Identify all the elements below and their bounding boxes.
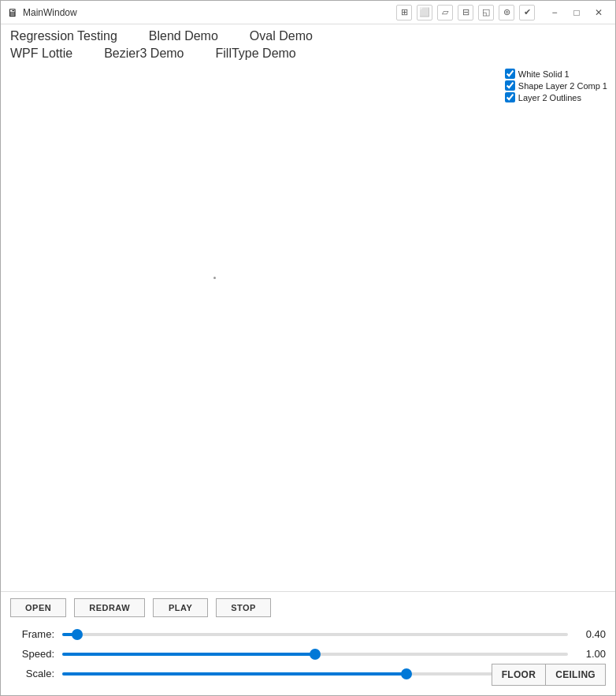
- nav-oval-demo[interactable]: Oval Demo: [250, 29, 313, 43]
- speed-value: 1.00: [576, 648, 606, 660]
- frame-value: 0.40: [576, 628, 606, 640]
- scale-fill: [62, 672, 406, 676]
- layer-label-1: Shape Layer 2 Comp 1: [518, 81, 607, 91]
- restore-button[interactable]: □: [566, 4, 587, 21]
- speed-label: Speed:: [10, 648, 54, 660]
- layer-label-0: White Solid 1: [518, 69, 570, 79]
- content-area: White Solid 1 Shape Layer 2 Comp 1 Layer…: [1, 62, 615, 591]
- toolbar-icons: ⊞ ⬜ ▱ ⊟ ◱ ⊚ ✔: [396, 5, 535, 20]
- speed-fill: [62, 653, 315, 656]
- minimize-button[interactable]: −: [544, 4, 565, 21]
- stop-button[interactable]: STOP: [216, 598, 271, 617]
- nav-row2: WPF Lottie Bezier3 Demo FillType Demo: [10, 47, 606, 61]
- speed-slider-row: Speed: 1.00: [10, 648, 606, 660]
- close-button[interactable]: ✕: [588, 4, 609, 21]
- layer-item-1: Shape Layer 2 Comp 1: [505, 80, 607, 91]
- scale-thumb[interactable]: [401, 668, 412, 679]
- title-bar: 🖥 MainWindow ⊞ ⬜ ▱ ⊟ ◱ ⊚ ✔ − □ ✕: [1, 1, 615, 24]
- buttons-row: OPEN REDRAW PLAY STOP: [10, 598, 606, 617]
- toolbar-icon-5[interactable]: ◱: [478, 5, 494, 20]
- animation-area: [1, 62, 615, 591]
- title-bar-controls: − □ ✕: [544, 4, 609, 21]
- layer-label-2: Layer 2 Outlines: [518, 93, 581, 102]
- nav-row1: Regression Testing Blend Demo Oval Demo: [10, 29, 606, 43]
- animation-dot: [213, 277, 216, 279]
- toolbar-icon-1[interactable]: ⊞: [396, 5, 412, 20]
- nav-bar: Regression Testing Blend Demo Oval Demo …: [1, 24, 615, 62]
- speed-track[interactable]: [62, 653, 568, 656]
- ceiling-button[interactable]: CEILING: [545, 664, 606, 686]
- play-button[interactable]: PLAY: [153, 598, 208, 617]
- layer-checkbox-0[interactable]: [505, 69, 515, 79]
- nav-wpf-lottie[interactable]: WPF Lottie: [10, 47, 72, 61]
- nav-bezier3-demo[interactable]: Bezier3 Demo: [104, 47, 184, 61]
- toolbar-icon-7[interactable]: ✔: [519, 5, 535, 20]
- toolbar-icon-3[interactable]: ▱: [437, 5, 453, 20]
- redraw-button[interactable]: REDRAW: [74, 598, 145, 617]
- frame-thumb[interactable]: [72, 629, 83, 640]
- speed-thumb[interactable]: [310, 649, 321, 660]
- frame-slider-row: Frame: 0.40: [10, 628, 606, 640]
- nav-filltype-demo[interactable]: FillType Demo: [216, 47, 296, 61]
- toolbar-icon-4[interactable]: ⊟: [458, 5, 473, 20]
- toolbar-icon-6[interactable]: ⊚: [499, 5, 514, 20]
- window-title: MainWindow: [23, 7, 396, 18]
- toolbar-icon-2[interactable]: ⬜: [417, 5, 432, 20]
- open-button[interactable]: OPEN: [10, 598, 66, 617]
- scale-label: Scale:: [10, 668, 54, 679]
- frame-label: Frame:: [10, 628, 54, 640]
- layer-item-2: Layer 2 Outlines: [505, 92, 607, 102]
- floor-button[interactable]: FLOOR: [492, 664, 546, 686]
- nav-regression-testing[interactable]: Regression Testing: [10, 29, 117, 43]
- window-icon: 🖥: [7, 6, 18, 19]
- layer-checkbox-2[interactable]: [505, 92, 515, 102]
- floor-ceiling-row: FLOOR CEILING: [492, 664, 606, 686]
- main-window: 🖥 MainWindow ⊞ ⬜ ▱ ⊟ ◱ ⊚ ✔ − □ ✕ Regress…: [0, 0, 616, 696]
- nav-blend-demo[interactable]: Blend Demo: [149, 29, 218, 43]
- frame-track[interactable]: [62, 633, 568, 636]
- bottom-outer: OPEN REDRAW PLAY STOP Frame: 0.40 Speed:: [1, 591, 615, 695]
- layer-item-0: White Solid 1: [505, 69, 607, 79]
- layer-panel: White Solid 1 Shape Layer 2 Comp 1 Layer…: [505, 69, 607, 102]
- layer-checkbox-1[interactable]: [505, 80, 515, 91]
